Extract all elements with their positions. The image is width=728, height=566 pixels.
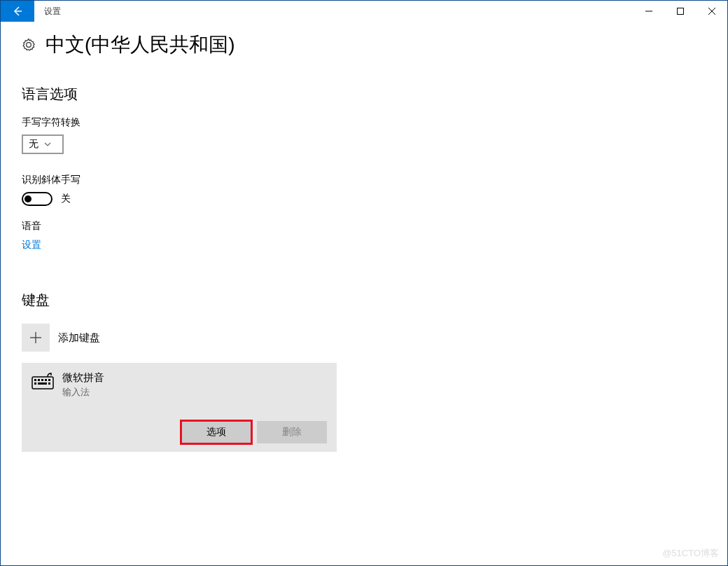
voice-settings-link[interactable]: 设置 [22, 239, 41, 251]
italic-handwriting-toggle[interactable] [22, 192, 52, 206]
window-controls [633, 1, 727, 22]
ime-options-button[interactable]: 选项 [181, 421, 251, 443]
maximize-icon [677, 8, 684, 15]
voice-label: 语音 [22, 220, 706, 233]
chevron-down-icon [44, 142, 51, 146]
section-language-options: 语言选项 [22, 85, 706, 104]
ime-buttons: 选项 删除 [31, 421, 327, 443]
keyboard-icon [31, 373, 54, 389]
ime-subtitle: 输入法 [62, 386, 104, 399]
svg-rect-2 [677, 8, 683, 15]
handwriting-conversion-label: 手写字符转换 [22, 116, 706, 129]
svg-rect-14 [38, 382, 47, 385]
dropdown-value: 无 [29, 138, 38, 151]
watermark: @51CTO博客 [662, 547, 719, 560]
ime-text: 微软拼音 输入法 [62, 371, 104, 399]
arrow-left-icon [12, 6, 23, 17]
close-button[interactable] [696, 1, 727, 22]
plus-icon [29, 331, 42, 344]
italic-handwriting-label: 识别斜体手写 [22, 174, 706, 186]
toggle-knob [24, 195, 31, 202]
content-area: 中文(中华人民共和国) 语言选项 手写字符转换 无 识别斜体手写 关 语音 设置… [1, 22, 727, 452]
titlebar: 设置 [1, 1, 727, 22]
svg-rect-9 [38, 379, 40, 381]
plus-icon-box [22, 324, 50, 352]
ime-delete-button[interactable]: 删除 [257, 421, 327, 443]
window-title: 设置 [44, 6, 61, 18]
svg-rect-13 [34, 382, 36, 385]
add-keyboard-label: 添加键盘 [58, 331, 100, 345]
page-header: 中文(中华人民共和国) [22, 32, 706, 58]
maximize-button[interactable] [664, 1, 696, 22]
back-button[interactable] [1, 1, 34, 22]
svg-rect-10 [41, 379, 43, 381]
close-icon [708, 8, 715, 15]
svg-rect-12 [48, 379, 50, 381]
svg-rect-11 [45, 379, 47, 381]
handwriting-conversion-dropdown[interactable]: 无 [22, 134, 64, 154]
toggle-state-label: 关 [61, 193, 71, 205]
minimize-icon [645, 8, 652, 15]
page-title: 中文(中华人民共和国) [46, 32, 235, 58]
ime-name: 微软拼音 [62, 371, 104, 385]
add-keyboard-button[interactable]: 添加键盘 [22, 322, 706, 353]
italic-handwriting-toggle-row: 关 [22, 192, 706, 206]
svg-rect-8 [34, 379, 36, 381]
ime-header: 微软拼音 输入法 [31, 371, 327, 399]
gear-icon [22, 38, 36, 52]
svg-rect-15 [48, 382, 50, 385]
ime-card[interactable]: 微软拼音 输入法 选项 删除 [22, 363, 337, 452]
keyboard-section: 键盘 添加键盘 微软拼音 输入法 选项 [22, 291, 706, 452]
minimize-button[interactable] [633, 1, 664, 22]
section-keyboard: 键盘 [22, 291, 706, 310]
